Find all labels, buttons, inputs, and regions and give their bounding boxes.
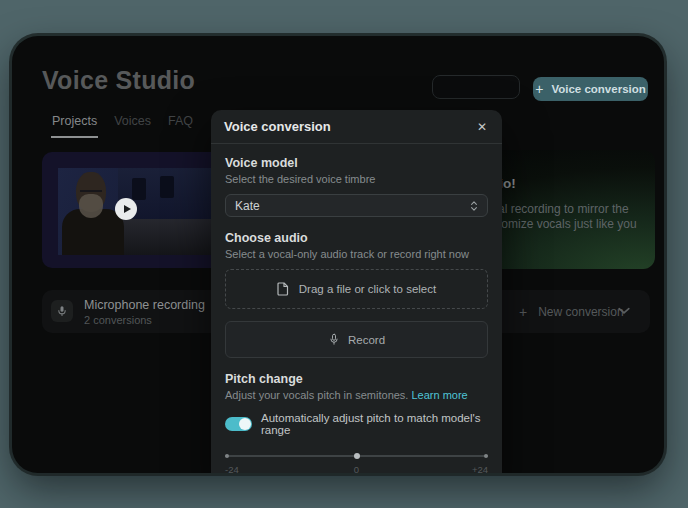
project-subtitle: 2 conversions [84,314,152,326]
voice-conversion-button[interactable]: + Voice conversion [533,77,648,101]
studio-speaker [160,176,174,198]
page-title: Voice Studio [42,66,195,95]
close-button[interactable]: ✕ [475,119,489,135]
microphone-icon [328,333,340,346]
active-tab-underline [51,136,98,138]
plus-icon: + [535,82,543,96]
project-icon-tile [51,300,73,322]
studio-speaker [132,178,146,200]
search-input[interactable] [432,75,520,99]
choose-audio-label: Choose audio [225,230,488,246]
dialog-body: Voice model Select the desired voice tim… [211,144,502,473]
dropzone-label: Drag a file or click to select [299,283,436,295]
slider-labels: -24 0 +24 [225,464,488,473]
voice-conversion-dialog: Voice conversion ✕ Voice model Select th… [211,110,502,473]
pitch-slider[interactable] [225,453,488,459]
dialog-header: Voice conversion ✕ [211,110,502,144]
slider-max-label: +24 [472,464,488,473]
voice-conversion-button-label: Voice conversion [551,83,645,95]
voice-model-label: Voice model [225,155,488,171]
toggle-knob [239,418,251,430]
file-dropzone[interactable]: Drag a file or click to select [225,269,488,309]
learn-more-link[interactable]: Learn more [411,389,467,401]
pitch-change-label: Pitch change [225,371,488,387]
new-conversion-button[interactable]: + New conversion [519,290,624,333]
tab-voices[interactable]: Voices [114,114,151,138]
auto-pitch-toggle[interactable] [225,417,252,431]
auto-pitch-toggle-row: Automatically adjust pitch to match mode… [225,412,488,436]
dialog-title: Voice conversion [224,119,331,134]
record-button[interactable]: Record [225,321,488,358]
select-caret-icon [470,200,478,212]
slider-thumb[interactable] [354,453,360,459]
tab-faq[interactable]: FAQ [168,114,193,138]
auto-pitch-toggle-label: Automatically adjust pitch to match mode… [261,412,488,436]
pitch-change-hint: Adjust your vocals pitch in semitones. L… [225,388,488,402]
tab-projects[interactable]: Projects [52,114,97,138]
record-button-label: Record [348,334,385,346]
person-glasses [80,185,102,192]
slider-max-dot [484,454,488,458]
plus-icon: + [519,305,527,319]
welcome-text-line-1: cal recording to mirror the [492,202,629,216]
play-icon [124,205,131,213]
voice-model-select[interactable]: Kate [225,194,488,217]
slider-mid-label: 0 [354,464,359,473]
slider-min-dot [225,454,229,458]
welcome-text-line-2: stomize vocals just like you [492,217,637,231]
tab-bar: Projects Voices FAQ [52,114,193,138]
app-window: Voice Studio Projects Voices FAQ + Voice… [12,36,664,473]
slider-min-label: -24 [225,464,239,473]
desktop-background: Voice Studio Projects Voices FAQ + Voice… [0,0,688,508]
voice-model-hint: Select the desired voice timbre [225,172,488,186]
person-beard [79,194,103,218]
microphone-icon [56,305,68,317]
chevron-down-icon[interactable] [618,305,630,317]
voice-model-selected-value: Kate [235,199,260,213]
choose-audio-hint: Select a vocal-only audio track or recor… [225,247,488,261]
project-title: Microphone recording [84,298,205,312]
new-conversion-label: New conversion [538,305,623,319]
file-icon [277,282,289,296]
close-icon: ✕ [477,120,487,134]
play-button[interactable] [115,198,137,220]
